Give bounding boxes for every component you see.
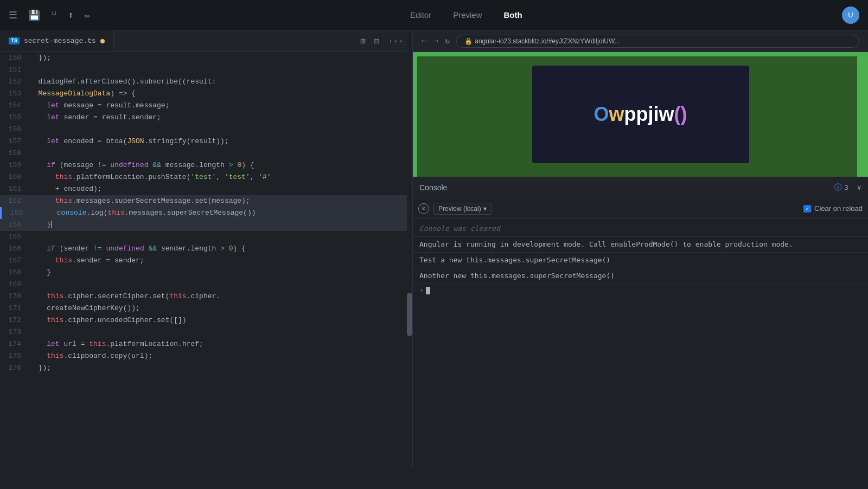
preview-text: Owppjiw() <box>593 103 687 126</box>
back-button[interactable]: ← <box>422 36 427 46</box>
fork-icon[interactable]: ⑂ <box>51 10 57 21</box>
preview-pane: ← → ↻ 🔒 angular-io23.stackblitz.io/#eyJt… <box>412 30 868 467</box>
code-line-171: 171 createNewCipherKey()); <box>0 303 412 314</box>
preview-sidebar-right <box>857 52 868 177</box>
preview-text-w: w <box>609 103 624 125</box>
code-line-165: 165 <box>0 231 412 243</box>
clear-on-reload-label: Clear on reload <box>814 204 863 213</box>
code-line-154: 154 let message = result.message; <box>0 100 412 112</box>
console-message-info: Angular is running in development mode. … <box>413 237 868 253</box>
refresh-button[interactable]: ↻ <box>445 36 450 46</box>
code-line-157: 157 let encoded = btoa(JSON.stringify(re… <box>0 136 412 147</box>
preview-sidebar-left <box>413 52 417 177</box>
code-line-172: 172 this.cipher.uncodedCipher.set([]) <box>0 314 412 326</box>
preview-top-bar <box>413 52 868 56</box>
code-scrollbar-thumb[interactable] <box>407 293 412 336</box>
console-expand-icon[interactable]: ∨ <box>857 183 861 192</box>
code-line-170: 170 this.cipher.secretCipher.set(this.ci… <box>0 291 412 303</box>
code-line-176: 176 }); <box>0 362 412 374</box>
code-line-166: 166 if (sender != undefined && sender.le… <box>0 243 412 255</box>
console-toolbar: ⊘ Preview (local) ▾ ✓ Clear on reload <box>413 198 868 219</box>
edit-icon[interactable]: ✏ <box>85 9 91 21</box>
console-info-badge: ⓘ 3 <box>834 183 848 192</box>
preview-text-paren-close: ) <box>681 103 687 125</box>
console-title: Console <box>419 183 447 192</box>
main-content: TS secret-message.ts ⊞ ⊟ ··· 150 }); 151… <box>0 30 868 467</box>
console-messages: Console was cleared Angular is running i… <box>413 219 868 467</box>
code-line-168: 168 } <box>0 267 412 279</box>
more-icon[interactable]: ··· <box>388 36 404 46</box>
code-lines: 150 }); 151 152 dialogRef.afterClosed().… <box>0 52 412 374</box>
forward-button[interactable]: → <box>433 36 439 46</box>
preview-text-O: O <box>593 103 609 125</box>
top-bar-center: Editor Preview Both <box>91 7 842 23</box>
clear-on-reload-container: ✓ Clear on reload <box>803 204 863 213</box>
preview-text-rest: ppjiw <box>624 103 674 125</box>
code-line-173: 173 <box>0 326 412 338</box>
code-line-156: 156 <box>0 124 412 136</box>
code-line-159: 159 if (message != undefined && message.… <box>0 159 412 171</box>
top-bar: ☰ 💾 ⑂ ⬆ ✏ Editor Preview Both U <box>0 0 868 30</box>
url-bar: ← → ↻ 🔒 angular-io23.stackblitz.io/#eyJt… <box>413 30 868 52</box>
code-line-150: 150 }); <box>0 52 412 64</box>
modified-dot <box>100 39 105 43</box>
top-bar-right: U <box>842 7 859 24</box>
code-line-164: 164 } <box>0 219 412 231</box>
tab-preview[interactable]: Preview <box>444 7 490 23</box>
code-line-151: 151 <box>0 64 412 76</box>
console-prompt: › <box>419 286 424 294</box>
filename: secret-message.ts <box>24 37 96 45</box>
preview-area: Owppjiw() <box>413 52 868 177</box>
code-line-160: 160 this.platformLocation.pushState('tes… <box>0 171 412 183</box>
console-source-select[interactable]: Preview (local) ▾ <box>433 203 492 215</box>
url-text: angular-io23.stackblitz.io/#eyJtZXNzYWdl… <box>475 37 620 45</box>
avatar[interactable]: U <box>842 7 859 24</box>
console-message-log-2: Another new this.messages.superSecretMes… <box>413 268 868 284</box>
share-icon[interactable]: ⬆ <box>68 9 74 21</box>
console-cursor <box>426 287 430 294</box>
top-bar-left: ☰ 💾 ⑂ ⬆ ✏ <box>9 9 91 21</box>
lock-icon: 🔒 <box>464 37 473 45</box>
menu-icon[interactable]: ☰ <box>9 9 17 21</box>
code-line-161: 161 + encoded); <box>0 183 412 195</box>
editor-tabs: TS secret-message.ts ⊞ ⊟ ··· <box>0 30 412 52</box>
info-icon: ⓘ <box>834 183 842 192</box>
ts-badge: TS <box>9 37 20 44</box>
code-line-158: 158 <box>0 147 412 159</box>
preview-card: Owppjiw() <box>532 66 749 163</box>
console-clear-button[interactable]: ⊘ <box>418 203 429 214</box>
code-line-174: 174 let url = this.platformLocation.href… <box>0 338 412 350</box>
save-icon[interactable]: 💾 <box>28 9 40 21</box>
tab-both[interactable]: Both <box>495 7 531 23</box>
tab-actions: ⊞ ⊟ ··· <box>360 36 412 47</box>
file-tab[interactable]: TS secret-message.ts <box>0 30 114 52</box>
console-input-line[interactable]: › <box>413 284 868 297</box>
preview-text-paren-open: ( <box>674 103 681 125</box>
console-area: Console ⓘ 3 ∨ ⊘ Preview (local) ▾ ✓ Clea… <box>413 177 868 467</box>
code-line-175: 175 this.clipboard.copy(url); <box>0 350 412 362</box>
code-line-167: 167 this.sender = sender; <box>0 255 412 267</box>
console-message-log-1: Test a new this.messages.superSecretMess… <box>413 253 868 268</box>
code-line-169: 169 <box>0 279 412 291</box>
clear-on-reload-checkbox[interactable]: ✓ <box>803 205 811 213</box>
console-message-cleared: Console was cleared <box>413 221 868 237</box>
code-line-153: 153 MessageDialogData) => { <box>0 88 412 100</box>
code-line-152: 152 dialogRef.afterClosed().subscribe((r… <box>0 76 412 88</box>
code-line-163: 163 console.log(this.messages.superSecre… <box>0 207 412 219</box>
code-pane: TS secret-message.ts ⊞ ⊟ ··· 150 }); 151… <box>0 30 412 467</box>
source-label: Preview (local) <box>438 205 481 213</box>
split-icon[interactable]: ⊟ <box>374 36 380 47</box>
console-header: Console ⓘ 3 ∨ <box>413 177 868 198</box>
pin-icon[interactable]: ⊞ <box>360 36 366 47</box>
code-line-155: 155 let sender = result.sender; <box>0 112 412 124</box>
code-scrollbar[interactable] <box>407 30 412 467</box>
badge-count: 3 <box>844 183 848 191</box>
source-dropdown-icon: ▾ <box>483 205 487 213</box>
preview-browser: Owppjiw() <box>413 52 868 177</box>
url-input[interactable]: 🔒 angular-io23.stackblitz.io/#eyJtZXNzYW… <box>456 35 859 48</box>
tab-editor[interactable]: Editor <box>401 7 440 23</box>
code-line-162: 162 this.messages.superSecretMessage.set… <box>0 195 412 207</box>
